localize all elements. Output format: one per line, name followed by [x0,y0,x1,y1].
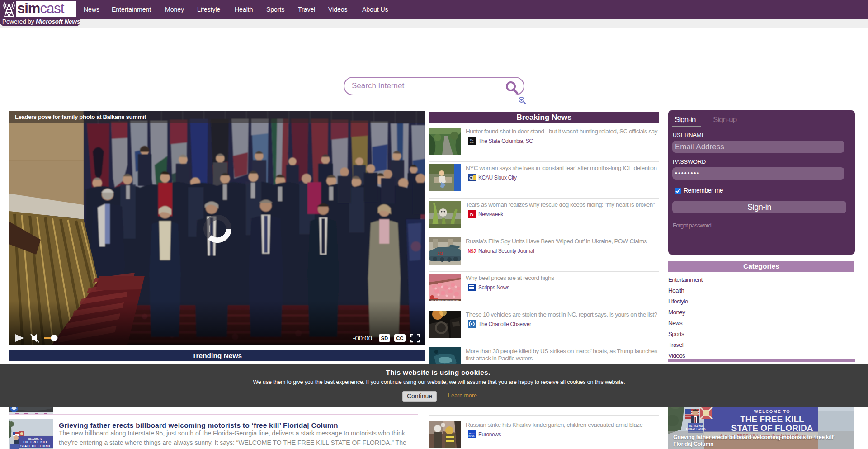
svg-text:NSJ: NSJ [468,249,476,254]
svg-text:The: The [470,139,474,141]
svg-text:STATE OF FLORIDA: STATE OF FLORIDA [686,428,706,430]
svg-text:STATE OF FLORID: STATE OF FLORID [20,444,51,448]
svg-text:242: 242 [438,252,443,255]
svg-text:State: State [470,142,475,144]
svg-text:news.: news. [468,435,475,437]
svg-text:THE FREE KILL: THE FREE KILL [23,440,48,444]
svg-text:N: N [470,211,474,217]
svg-text:PRICES ARE AT RECORD HIGHS: PRICES ARE AT RECORD HIGHS [431,299,459,302]
svg-text:WELCOME TO: WELCOME TO [754,409,790,414]
svg-text:THE FREE KILL: THE FREE KILL [688,425,703,427]
svg-text:SD: SD [381,336,388,341]
svg-text:-00:00: -00:00 [353,334,372,342]
svg-text:CC: CC [396,336,404,341]
svg-text:THE FREE KILL: THE FREE KILL [740,415,804,424]
